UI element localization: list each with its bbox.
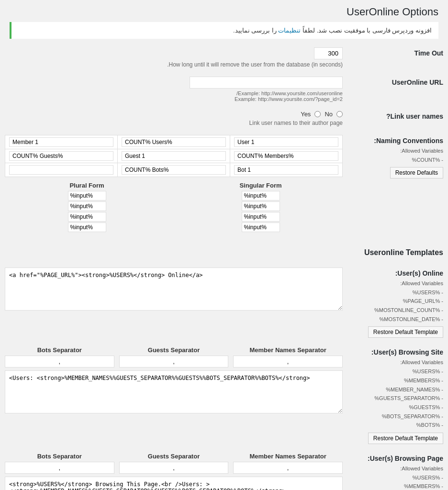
timeout-right: Time Out (347, 47, 443, 59)
naming-allowed-vars: :Allowed Variables %COUNT% - (347, 146, 443, 164)
plural-input[interactable] (68, 201, 106, 211)
browsing-site-label: :User(s) Browsing Site (347, 348, 443, 356)
timeout-label: Time Out (347, 49, 443, 57)
notice-text: افزونه وردپرس فارسی با موفقیت نصب شد. لط… (301, 27, 432, 34)
naming-input[interactable] (122, 165, 226, 175)
browsing-page-right: :User(s) Browsing Page :Allowed Variable… (347, 453, 443, 490)
naming-left: Plural Form Singular Form (5, 135, 343, 233)
url-left: /Example: http://www.yoursite.com/useron… (5, 77, 343, 102)
bots-sep-input[interactable] (5, 356, 114, 368)
users-online-allowed: :Allowed Variables %USERS% - %PAGE_URL% … (347, 279, 443, 323)
table-row (5, 135, 343, 149)
singular-input[interactable] (242, 223, 280, 232)
link-usernames-right: ?Link user names (347, 111, 443, 122)
radio-no[interactable] (336, 111, 343, 117)
singular-input[interactable] (242, 212, 280, 222)
link-usernames-row: Yes No Link user names to their author p… (5, 111, 443, 126)
templates-heading-row: Useronline Templates (5, 242, 443, 259)
yes-label: Yes (301, 111, 311, 118)
timeout-input[interactable] (314, 47, 343, 59)
naming-input[interactable] (9, 151, 113, 161)
naming-row: Plural Form Singular Form (5, 135, 443, 233)
users-online-label: :User(s) Online (347, 269, 443, 277)
naming-right: :Naming Conventions :Allowed Variables %… (347, 135, 443, 178)
restore-users-online-btn[interactable]: Restore Default Template (368, 326, 443, 338)
timeout-left: .How long until it will remove the user … (5, 47, 343, 68)
no-label: No (325, 111, 333, 118)
member-names-sep-input[interactable] (233, 356, 343, 368)
users-online-textarea[interactable]: <a href="%PAGE_URL%"><strong>%USERS%</st… (5, 267, 343, 311)
naming-input[interactable] (234, 137, 338, 147)
bots-sep2-label: Bots Separator (5, 453, 114, 460)
browsing-site-separators: Bots Separator Guests Separator Member N… (5, 346, 343, 368)
url-row: /Example: http://www.yoursite.com/useron… (5, 77, 443, 102)
browsing-page-label: :User(s) Browsing Page (347, 455, 443, 462)
browsing-page-row: Bots Separator Guests Separator Member N… (5, 453, 443, 490)
singular-input[interactable] (242, 201, 280, 211)
templates-heading: Useronline Templates (347, 244, 443, 259)
guests-sep-input[interactable] (119, 356, 229, 368)
browsing-page-textarea[interactable]: <strong>%USERS%</strong> Browsing This P… (5, 477, 343, 490)
bots-sep2-input[interactable] (5, 462, 114, 474)
users-online-right: :User(s) Online :Allowed Variables %USER… (347, 267, 443, 338)
radio-yes[interactable] (314, 111, 321, 117)
table-row (5, 149, 343, 163)
member-names-sep2-label: Member Names Separator (233, 453, 343, 460)
plural-input[interactable] (68, 223, 106, 232)
browsing-site-row: Bots Separator Guests Separator Member N… (5, 346, 443, 444)
naming-input[interactable] (234, 165, 338, 175)
singular-label: Singular Form (179, 182, 343, 189)
users-online-row: <a href="%PAGE_URL%"><strong>%USERS%</st… (5, 267, 443, 338)
plural-singular: Plural Form Singular Form (5, 182, 343, 233)
singular-input[interactable] (242, 191, 280, 200)
guests-sep-label: Guests Separator (119, 346, 229, 354)
table-row (5, 163, 343, 177)
bots-sep-label: Bots Separator (5, 346, 114, 354)
browsing-site-left: Bots Separator Guests Separator Member N… (5, 346, 343, 415)
browsing-page-allowed: :Allowed Variables %USERS% - %MEMBERS% -… (347, 464, 443, 490)
timeout-row: .How long until it will remove the user … (5, 47, 443, 68)
timeout-desc: .How long until it will remove the user … (5, 61, 343, 68)
plural-label: Plural Form (5, 182, 169, 189)
guests-sep2-label: Guests Separator (119, 453, 229, 460)
naming-input[interactable] (122, 137, 226, 147)
guests-sep2-input[interactable] (119, 462, 229, 474)
naming-input[interactable] (9, 165, 113, 175)
url-right: UserOnline URL (347, 77, 443, 88)
browsing-page-separators: Bots Separator Guests Separator Member N… (5, 453, 343, 474)
naming-label: :Naming Conventions (347, 137, 443, 145)
member-names-sep2-input[interactable] (233, 462, 343, 474)
link-usernames-desc: Link user names to their author page (5, 120, 343, 126)
url-examples: /Example: http://www.yoursite.com/useron… (5, 90, 343, 102)
link-usernames-left: Yes No Link user names to their author p… (5, 111, 343, 126)
browsing-site-allowed: :Allowed Variables %USERS% - %MEMBERS% -… (347, 358, 443, 430)
notice-bar: افزونه وردپرس فارسی با موفقیت نصب شد. لط… (10, 22, 438, 39)
plural-input[interactable] (68, 191, 106, 200)
notice-link[interactable]: تنظیمات (278, 27, 301, 34)
restore-browsing-site-btn[interactable]: Restore Default Template (368, 433, 443, 444)
plural-col: Plural Form (5, 182, 169, 233)
browsing-site-textarea[interactable]: <Users: <strong>%MEMBER_NAMES%%GUESTS_SE… (5, 370, 343, 413)
naming-input[interactable] (9, 137, 113, 147)
url-input[interactable] (190, 77, 343, 89)
restore-defaults-btn[interactable]: Restore Defaults (390, 167, 443, 178)
singular-col: Singular Form (179, 182, 343, 233)
notice-text-after: را بررسی نمایید. (233, 27, 278, 34)
url-label: UserOnline URL (347, 78, 443, 86)
naming-input[interactable] (122, 151, 226, 161)
member-names-sep-label: Member Names Separator (233, 346, 343, 354)
naming-table (5, 135, 343, 177)
users-online-left: <a href="%PAGE_URL%"><strong>%USERS%</st… (5, 267, 343, 312)
browsing-site-right: :User(s) Browsing Site :Allowed Variable… (347, 346, 443, 444)
plural-input[interactable] (68, 212, 106, 222)
link-usernames-label: ?Link user names (347, 112, 443, 120)
naming-input[interactable] (234, 151, 338, 161)
page-title: UserOnline Options (0, 0, 448, 22)
browsing-page-left: Bots Separator Guests Separator Member N… (5, 453, 343, 490)
